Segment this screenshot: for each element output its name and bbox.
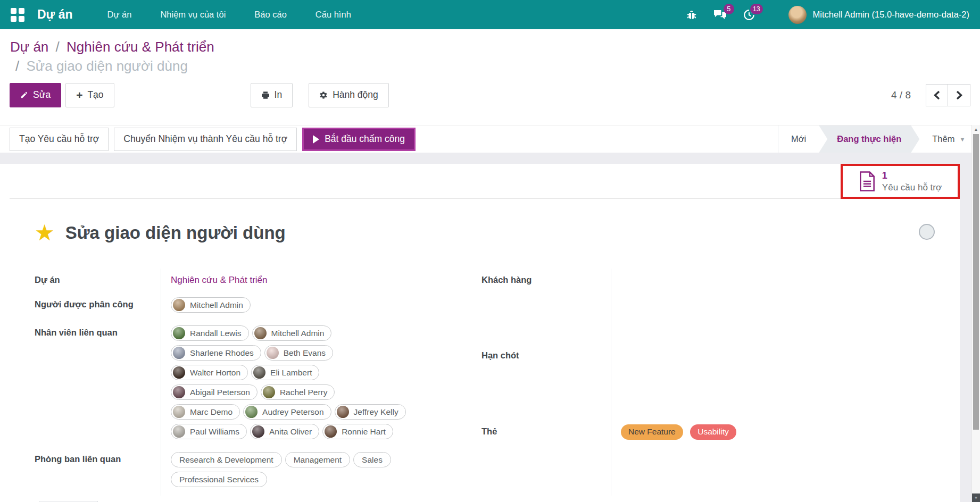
- department-tag[interactable]: Professional Services: [171, 472, 267, 487]
- field-group-left: Dự án Nghiên cứu & Phát triển Người được…: [35, 269, 481, 496]
- employee-tag[interactable]: Sharlene Rhodes: [171, 345, 261, 361]
- pager-next-button[interactable]: [948, 84, 970, 106]
- tag-new-feature[interactable]: New Feature: [621, 424, 683, 440]
- departments-field-label: Phòng ban liên quan: [35, 448, 161, 496]
- employee-tag[interactable]: Mitchell Admin: [252, 325, 332, 341]
- menu-cau-hinh[interactable]: Cấu hình: [301, 0, 366, 29]
- breadcrumb-current: Sửa giao diện người dùng: [26, 58, 187, 74]
- employee-tag[interactable]: Ronnie Hart: [322, 424, 393, 439]
- play-icon: [313, 135, 319, 144]
- start-timesheet-button[interactable]: Bắt đầu chấm công: [302, 128, 416, 151]
- deadline-field-label: Hạn chót: [481, 344, 611, 420]
- deadline-field-value[interactable]: [611, 344, 758, 420]
- department-tag[interactable]: Management: [285, 452, 350, 467]
- tags-field-label: Thẻ: [481, 420, 611, 496]
- project-field-value[interactable]: Nghiên cứu & Phát triển: [171, 275, 267, 285]
- top-navbar: Dự án Dự án Nhiệm vụ của tôi Báo cáo Cấu…: [0, 0, 980, 29]
- employee-tag[interactable]: Abigail Peterson: [171, 384, 258, 400]
- employee-tag[interactable]: Jeffrey Kelly: [335, 404, 406, 420]
- smart-button-box: 1 Yêu cầu hỗ trợ: [10, 164, 960, 199]
- activities-badge: 13: [750, 4, 763, 14]
- activities-clock-icon[interactable]: 13: [743, 9, 755, 21]
- stage-them[interactable]: Thêm ▼: [919, 126, 978, 153]
- pager-previous-button[interactable]: [926, 84, 948, 106]
- assignee-tag[interactable]: Mitchell Admin: [171, 297, 251, 313]
- user-avatar: [788, 6, 807, 24]
- user-menu[interactable]: Mitchell Admin (15.0-have-demo-data-2): [788, 6, 969, 24]
- breadcrumb-parent[interactable]: Nghiên cứu & Phát triển: [67, 39, 214, 55]
- debug-bug-icon[interactable]: [686, 9, 697, 21]
- avatar: [263, 386, 275, 398]
- avatar: [254, 327, 267, 339]
- stage-dang-thuc-hien[interactable]: Đang thực hiện: [819, 126, 919, 153]
- task-title: Sửa giao diện người dùng: [65, 223, 286, 243]
- edit-button[interactable]: Sửa: [10, 83, 61, 107]
- ticket-smart-button[interactable]: 1 Yêu cầu hỗ trợ: [841, 164, 960, 199]
- employee-tag[interactable]: Paul Williams: [171, 424, 247, 439]
- tag-usability[interactable]: Usability: [690, 424, 736, 440]
- avatar: [173, 299, 185, 311]
- employee-tag[interactable]: Marc Demo: [171, 404, 240, 420]
- breadcrumb-separator: /: [53, 39, 63, 55]
- control-panel: Dự án / Nghiên cứu & Phát triển / Sửa gi…: [0, 29, 980, 125]
- plus-icon: +: [76, 89, 82, 101]
- avatar: [245, 406, 258, 418]
- app-brand[interactable]: Dự án: [37, 7, 73, 22]
- breadcrumb-root[interactable]: Dự án: [10, 39, 48, 55]
- avatar: [253, 366, 265, 379]
- customer-field-value[interactable]: [611, 269, 758, 344]
- customer-field-label: Khách hàng: [481, 269, 611, 344]
- apps-menu-icon[interactable]: [11, 8, 24, 22]
- content-gap: [0, 153, 971, 164]
- create-ticket-button[interactable]: Tạo Yêu cầu hỗ trợ: [10, 128, 109, 151]
- convert-task-button[interactable]: Chuyển Nhiệm vụ thành Yêu cầu hỗ trợ: [114, 128, 297, 151]
- printer-icon: [261, 91, 270, 99]
- top-menu: Dự án Nhiệm vụ của tôi Báo cáo Cấu hình: [93, 0, 366, 29]
- vertical-scrollbar[interactable]: ▲ ▼: [971, 125, 980, 502]
- avatar: [252, 425, 264, 438]
- scroll-down-icon[interactable]: ▼: [972, 493, 980, 502]
- department-tag[interactable]: Research & Development: [171, 452, 282, 467]
- chevron-left-icon: [933, 90, 941, 100]
- create-button[interactable]: + Tạo: [65, 83, 114, 107]
- department-tag[interactable]: Sales: [353, 452, 391, 467]
- employee-tag[interactable]: Eli Lambert: [251, 365, 319, 380]
- avatar: [325, 425, 337, 438]
- menu-nhiem-vu-cua-toi[interactable]: Nhiệm vụ của tôi: [146, 0, 240, 29]
- statusbar: Tạo Yêu cầu hỗ trợ Chuyển Nhiệm vụ thành…: [0, 125, 971, 153]
- favorite-star-icon[interactable]: ★: [35, 222, 55, 244]
- employee-tag[interactable]: Rachel Perry: [261, 384, 335, 400]
- avatar: [337, 406, 349, 418]
- employee-tag[interactable]: Anita Oliver: [250, 424, 319, 439]
- pencil-icon: [20, 91, 28, 99]
- employee-tag[interactable]: Beth Evans: [264, 345, 333, 361]
- kanban-state-icon[interactable]: [919, 224, 935, 240]
- employee-tag[interactable]: Audrey Peterson: [243, 404, 331, 420]
- form-sheet: 1 Yêu cầu hỗ trợ ★ Sửa giao diện người d…: [0, 164, 960, 502]
- avatar: [173, 425, 185, 438]
- stage-pipeline: Mới Đang thực hiện Thêm ▼: [778, 126, 971, 153]
- stage-moi[interactable]: Mới: [778, 126, 819, 153]
- chevron-right-icon: [956, 90, 963, 100]
- pager-count: 4 / 8: [891, 89, 911, 101]
- document-icon: [859, 171, 876, 191]
- employee-tag[interactable]: Walter Horton: [171, 365, 248, 380]
- scrollbar-thumb[interactable]: [973, 134, 979, 430]
- ticket-label: Yêu cầu hỗ trợ: [882, 182, 942, 193]
- employee-tag[interactable]: Randall Lewis: [171, 325, 249, 341]
- avatar: [173, 406, 185, 418]
- ticket-count: 1: [882, 170, 942, 182]
- breadcrumb: Dự án / Nghiên cứu & Phát triển / Sửa gi…: [0, 29, 980, 76]
- scroll-up-icon[interactable]: ▲: [972, 125, 980, 133]
- menu-bao-cao[interactable]: Báo cáo: [240, 0, 301, 29]
- action-button[interactable]: Hành động: [309, 83, 389, 107]
- employees-field-value: Randall Lewis Mitchell Admin Sharlene Rh…: [171, 325, 410, 444]
- form-view: 1 Yêu cầu hỗ trợ ★ Sửa giao diện người d…: [0, 153, 980, 502]
- avatar: [173, 366, 185, 379]
- print-button[interactable]: In: [251, 83, 293, 107]
- messages-icon[interactable]: 5: [713, 9, 727, 21]
- employees-field-label: Nhân viên liên quan: [35, 321, 161, 448]
- menu-du-an[interactable]: Dự án: [93, 0, 146, 29]
- departments-field-value: Research & Development Management Sales …: [171, 452, 410, 491]
- messages-badge: 5: [724, 4, 734, 14]
